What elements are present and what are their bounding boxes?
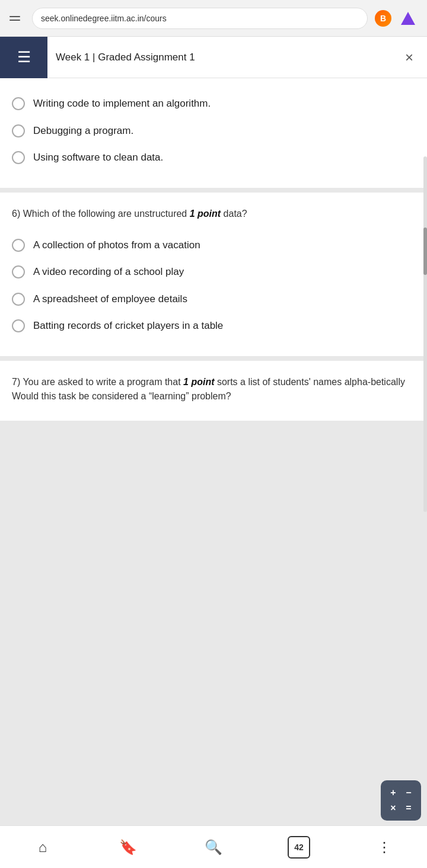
calc-minus-button[interactable]: − bbox=[402, 786, 415, 799]
nav-bookmark[interactable]: 🔖 bbox=[110, 839, 146, 856]
brave-icon[interactable]: B bbox=[374, 9, 393, 28]
triangle-icon[interactable] bbox=[399, 9, 418, 28]
menu-icon: ☰ bbox=[17, 48, 31, 66]
radio-q6a[interactable] bbox=[12, 239, 25, 252]
question7-text: 7) You are asked to write a program that… bbox=[12, 375, 415, 405]
option-q6b-text: A video recording of a school play bbox=[33, 264, 184, 280]
browser-bar: seek.onlinedegree.iitm.ac.in/cours B bbox=[0, 0, 427, 37]
nav-home[interactable]: ⌂ bbox=[25, 839, 60, 856]
option-q5c-row: Using software to clean data. bbox=[12, 144, 415, 171]
search-icon: 🔍 bbox=[205, 839, 222, 856]
option-q5c-text: Using software to clean data. bbox=[33, 150, 163, 165]
brave-lion-icon: B bbox=[375, 10, 391, 27]
bookmark-icon: 🔖 bbox=[119, 839, 137, 856]
tab-count-box[interactable]: 42 bbox=[288, 836, 310, 859]
option-q6a-text: A collection of photos from a vacation bbox=[33, 238, 200, 253]
header-icon-box: ☰ bbox=[0, 37, 47, 78]
question7-card: 7) You are asked to write a program that… bbox=[0, 361, 427, 421]
close-button[interactable]: × bbox=[391, 37, 427, 78]
content-area: Writing code to implement an algorithm. … bbox=[0, 78, 427, 421]
option-q5a-row: Writing code to implement an algorithm. bbox=[12, 90, 415, 117]
option-q6c-text: A spreadsheet of employee details bbox=[33, 292, 187, 307]
option-q6d-row: Batting records of cricket players in a … bbox=[12, 312, 415, 339]
calc-equals-button[interactable]: = bbox=[402, 802, 415, 815]
option-q6a-row: A collection of photos from a vacation bbox=[12, 232, 415, 259]
question5-card: Writing code to implement an algorithm. … bbox=[0, 78, 427, 188]
nav-tabs[interactable]: 42 bbox=[281, 836, 317, 859]
home-icon: ⌂ bbox=[39, 839, 47, 856]
q7-point-label: 1 point bbox=[183, 377, 214, 387]
nav-search[interactable]: 🔍 bbox=[196, 839, 231, 856]
calc-plus-button[interactable]: + bbox=[387, 786, 400, 799]
radio-q5b[interactable] bbox=[12, 124, 25, 137]
radio-q5c[interactable] bbox=[12, 151, 25, 164]
option-q5b-row: Debugging a program. bbox=[12, 117, 415, 145]
option-q5a-text: Writing code to implement an algorithm. bbox=[33, 96, 211, 111]
bottom-nav: ⌂ 🔖 🔍 42 ⋮ bbox=[0, 825, 427, 868]
header-title: Week 1 | Graded Assignment 1 bbox=[47, 52, 391, 63]
radio-q5a[interactable] bbox=[12, 97, 25, 110]
tab-count: 42 bbox=[294, 843, 304, 852]
close-icon: × bbox=[405, 49, 413, 66]
question6-point: 1 point bbox=[190, 209, 221, 219]
option-q6b-row: A video recording of a school play bbox=[12, 258, 415, 286]
question6-prefix: 6) Which of the following are unstructur… bbox=[12, 209, 190, 219]
browser-controls bbox=[9, 12, 26, 24]
option-q5b-text: Debugging a program. bbox=[33, 123, 133, 139]
more-icon: ⋮ bbox=[377, 839, 392, 856]
q7-part1: 7) You are asked to write a program that bbox=[12, 377, 183, 387]
radio-q6d[interactable] bbox=[12, 319, 25, 332]
nav-more[interactable]: ⋮ bbox=[367, 839, 402, 856]
radio-q6b[interactable] bbox=[12, 265, 25, 278]
question6-header: 6) Which of the following are unstructur… bbox=[12, 207, 415, 221]
radio-q6c[interactable] bbox=[12, 293, 25, 306]
url-text: seek.onlinedegree.iitm.ac.in/cours bbox=[41, 14, 167, 23]
scrollbar-track bbox=[423, 156, 427, 512]
calc-times-button[interactable]: × bbox=[387, 802, 400, 815]
option-q6d-text: Batting records of cricket players in a … bbox=[33, 318, 223, 334]
triangle-shape-icon bbox=[401, 12, 415, 25]
question6-suffix: data? bbox=[221, 209, 247, 219]
question6-card: 6) Which of the following are unstructur… bbox=[0, 193, 427, 356]
browser-menu-icon[interactable] bbox=[9, 12, 26, 24]
calculator-widget[interactable]: + − × = bbox=[381, 780, 421, 821]
scrollbar-thumb[interactable] bbox=[423, 228, 427, 275]
option-q6c-row: A spreadsheet of employee details bbox=[12, 286, 415, 313]
address-bar[interactable]: seek.onlinedegree.iitm.ac.in/cours bbox=[32, 8, 368, 29]
app-header: ☰ Week 1 | Graded Assignment 1 × bbox=[0, 37, 427, 78]
